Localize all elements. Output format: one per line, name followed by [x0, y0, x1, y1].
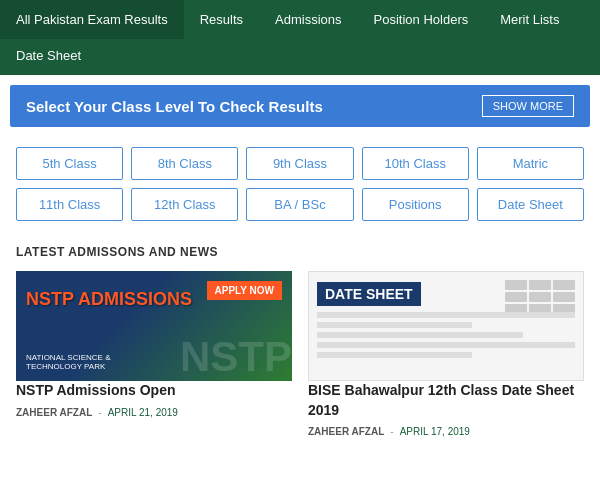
- ds-line-1: [317, 312, 575, 318]
- datesheet-date: APRIL 17, 2019: [400, 426, 470, 437]
- ds-line-2: [317, 322, 472, 328]
- ds-line-5: [317, 352, 472, 358]
- ds-cell-5: [529, 292, 551, 302]
- top-navigation: All Pakistan Exam Results Results Admiss…: [0, 0, 600, 39]
- date-sheet-badge: DATE SHEET: [317, 282, 421, 306]
- ds-cell-6: [553, 292, 575, 302]
- nstp-meta: ZAHEER AFZAL - APRIL 21, 2019: [16, 407, 292, 418]
- banner-title: Select Your Class Level To Check Results: [26, 98, 323, 115]
- nstp-author: ZAHEER AFZAL: [16, 407, 92, 418]
- datesheet-meta: ZAHEER AFZAL - APRIL 17, 2019: [308, 426, 584, 437]
- class-btn-8th[interactable]: 8th Class: [131, 147, 238, 180]
- nstp-thumbnail: NSTP ADMISSIONS APPLY NOW NATIONAL SCIEN…: [16, 271, 292, 381]
- datesheet-dash: -: [390, 426, 393, 437]
- datesheet-grid-decoration: [505, 280, 575, 314]
- news-item-datesheet: DATE SHEET: [308, 271, 584, 437]
- news-grid: NSTP ADMISSIONS APPLY NOW NATIONAL SCIEN…: [16, 271, 584, 437]
- ds-cell-2: [529, 280, 551, 290]
- class-btn-date-sheet[interactable]: Date Sheet: [477, 188, 584, 221]
- datesheet-lines: [317, 312, 575, 362]
- nstp-admissions-label: NSTP ADMISSIONS: [26, 289, 192, 310]
- show-more-button[interactable]: SHOW MORE: [482, 95, 574, 117]
- ds-cell-3: [553, 280, 575, 290]
- class-btn-positions[interactable]: Positions: [362, 188, 469, 221]
- nstp-bg-decoration: NSTP: [180, 333, 292, 381]
- class-btn-11th[interactable]: 11th Class: [16, 188, 123, 221]
- class-btn-12th[interactable]: 12th Class: [131, 188, 238, 221]
- nstp-dash: -: [98, 407, 101, 418]
- nav-admissions[interactable]: Admissions: [259, 0, 357, 39]
- class-btn-9th[interactable]: 9th Class: [246, 147, 353, 180]
- nstp-subtitle: NATIONAL SCIENCE &TECHNOLOGY PARK: [26, 353, 110, 371]
- ds-cell-4: [505, 292, 527, 302]
- class-btn-10th[interactable]: 10th Class: [362, 147, 469, 180]
- datesheet-headline[interactable]: BISE Bahawalpur 12th Class Date Sheet 20…: [308, 381, 584, 420]
- class-btn-5th[interactable]: 5th Class: [16, 147, 123, 180]
- datesheet-thumbnail: DATE SHEET: [308, 271, 584, 381]
- class-btn-ba-bsc[interactable]: BA / BSc: [246, 188, 353, 221]
- second-navigation: Date Sheet: [0, 39, 600, 75]
- latest-news-title: LATEST ADMISSONS AND NEWS: [16, 245, 584, 259]
- ds-line-3: [317, 332, 523, 338]
- ds-line-4: [317, 342, 575, 348]
- results-banner: Select Your Class Level To Check Results…: [10, 85, 590, 127]
- nav-merit-lists[interactable]: Merit Lists: [484, 0, 575, 39]
- nav-position-holders[interactable]: Position Holders: [358, 0, 485, 39]
- nstp-headline[interactable]: NSTP Admissions Open: [16, 381, 292, 401]
- nav-results[interactable]: Results: [184, 0, 259, 39]
- class-btn-matric[interactable]: Matric: [477, 147, 584, 180]
- datesheet-author: ZAHEER AFZAL: [308, 426, 384, 437]
- ds-cell-1: [505, 280, 527, 290]
- class-buttons-grid: 5th Class 8th Class 9th Class 10th Class…: [0, 137, 600, 231]
- nav-brand[interactable]: All Pakistan Exam Results: [0, 0, 184, 39]
- latest-news-section: LATEST ADMISSONS AND NEWS NSTP ADMISSION…: [0, 235, 600, 437]
- nav-date-sheet[interactable]: Date Sheet: [16, 48, 81, 63]
- apply-now-badge: APPLY NOW: [207, 281, 282, 300]
- nstp-date: APRIL 21, 2019: [108, 407, 178, 418]
- news-item-nstp: NSTP ADMISSIONS APPLY NOW NATIONAL SCIEN…: [16, 271, 292, 437]
